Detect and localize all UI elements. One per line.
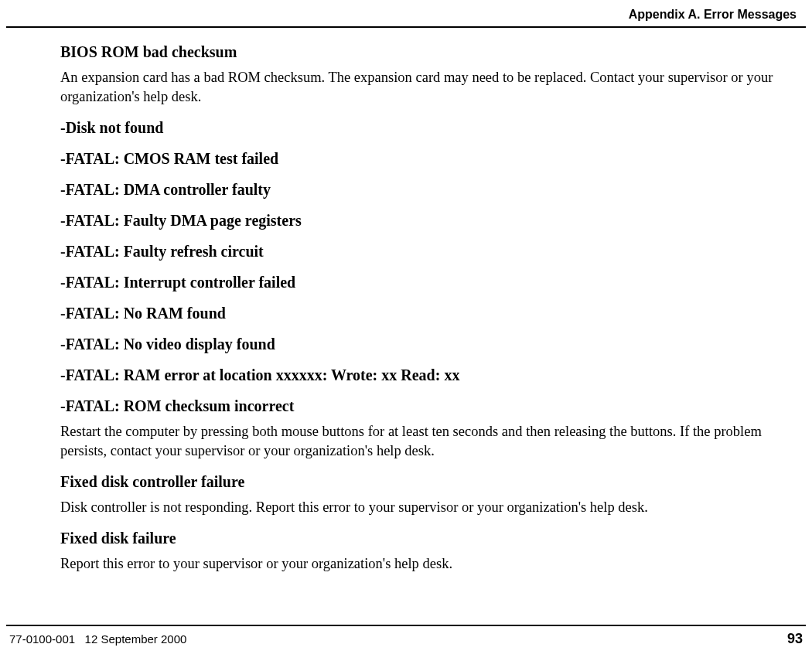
footer-left: 77-0100-001 12 September 2000 xyxy=(6,632,186,646)
error-body: Disk controller is not responding. Repor… xyxy=(60,498,806,517)
doc-date: 12 September 2000 xyxy=(85,632,187,646)
error-body: An expansion card has a bad ROM checksum… xyxy=(60,68,806,107)
page-number: 93 xyxy=(787,631,806,647)
error-heading: -FATAL: Faulty refresh circuit xyxy=(60,241,806,261)
error-heading: -FATAL: ROM checksum incorrect xyxy=(60,396,806,416)
error-body: Restart the computer by pressing both mo… xyxy=(60,422,806,461)
error-heading: -FATAL: RAM error at location xxxxxx: Wr… xyxy=(60,365,806,385)
doc-id: 77-0100-001 xyxy=(9,632,75,646)
error-heading: -FATAL: No RAM found xyxy=(60,303,806,323)
error-heading: -Disk not found xyxy=(60,118,806,138)
appendix-title: Appendix A. Error Messages xyxy=(629,8,797,21)
error-heading: -FATAL: No video display found xyxy=(60,334,806,354)
error-heading: BIOS ROM bad checksum xyxy=(60,42,806,62)
error-heading: -FATAL: Interrupt controller failed xyxy=(60,272,806,292)
error-heading: Fixed disk failure xyxy=(60,528,806,548)
error-heading: -FATAL: Faulty DMA page registers xyxy=(60,210,806,230)
page-content: BIOS ROM bad checksum An expansion card … xyxy=(0,28,806,574)
error-heading: Fixed disk controller failure xyxy=(60,472,806,492)
page-header: Appendix A. Error Messages xyxy=(6,0,806,28)
error-heading: -FATAL: CMOS RAM test failed xyxy=(60,148,806,169)
error-body: Report this error to your supervisor or … xyxy=(60,554,806,574)
error-heading: -FATAL: DMA controller faulty xyxy=(60,179,806,199)
page-footer: 77-0100-001 12 September 2000 93 xyxy=(6,625,806,647)
